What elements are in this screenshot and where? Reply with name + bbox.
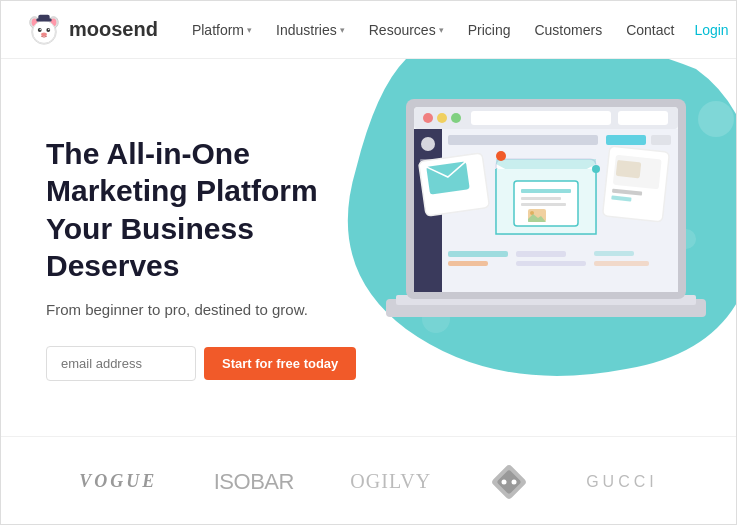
svg-rect-13 [38,14,49,20]
main-nav: Platform ▾ Industries ▾ Resources ▾ Pric… [182,16,684,44]
platform-chevron-icon: ▾ [247,25,252,35]
svg-rect-51 [448,261,488,266]
nav-platform[interactable]: Platform ▾ [182,16,262,44]
hero-left: The All-in-One Marketing Platform Your B… [1,59,361,436]
header-actions: Login Register [684,14,737,46]
svg-point-23 [437,113,447,123]
svg-rect-53 [516,261,586,266]
brand-gucci: GUCCI [586,473,658,491]
svg-point-57 [592,165,600,173]
brands-bar: VOGUE isobar Ogilvy GUCCI [1,436,736,525]
svg-point-61 [511,479,516,484]
svg-rect-34 [606,135,646,145]
header: moosend Platform ▾ Industries ▾ Resource… [1,1,736,59]
nav-customers[interactable]: Customers [524,16,612,44]
svg-rect-25 [471,111,611,125]
industries-chevron-icon: ▾ [340,25,345,35]
brand-dominos [488,461,530,503]
nav-industries[interactable]: Industries ▾ [266,16,355,44]
svg-point-11 [41,32,47,36]
svg-rect-55 [594,261,649,266]
svg-point-24 [451,113,461,123]
svg-rect-38 [521,189,571,193]
svg-point-28 [421,137,435,151]
login-button[interactable]: Login [684,16,737,44]
svg-rect-40 [521,203,566,206]
svg-point-60 [501,479,506,484]
svg-point-56 [496,151,506,161]
hero-subtitle: From beginner to pro, destined to grow. [46,301,331,318]
svg-point-8 [46,28,50,32]
svg-rect-26 [618,111,668,125]
laptop-illustration [366,69,726,349]
logo[interactable]: moosend [25,11,158,49]
svg-point-10 [48,28,49,29]
cta-button[interactable]: Start for free today [204,347,356,380]
hero-right [361,59,736,436]
svg-point-22 [423,113,433,123]
svg-rect-33 [448,135,598,145]
svg-point-9 [40,28,41,29]
svg-rect-54 [594,251,634,256]
nav-contact[interactable]: Contact [616,16,684,44]
svg-rect-52 [516,251,566,257]
hero-section: The All-in-One Marketing Platform Your B… [1,59,736,436]
svg-rect-39 [521,197,561,200]
nav-resources[interactable]: Resources ▾ [359,16,454,44]
resources-chevron-icon: ▾ [439,25,444,35]
svg-point-6 [33,20,56,43]
svg-rect-50 [448,251,508,257]
brand-isobar: isobar [214,469,294,495]
nav-pricing[interactable]: Pricing [458,16,521,44]
svg-rect-44 [426,161,470,194]
svg-point-7 [38,28,42,32]
brand-ogilvy: Ogilvy [350,470,431,493]
logo-text: moosend [69,18,158,41]
hero-title: The All-in-One Marketing Platform Your B… [46,135,331,285]
email-form: Start for free today [46,346,331,381]
brand-vogue: VOGUE [79,471,157,492]
svg-rect-47 [616,160,642,178]
email-input[interactable] [46,346,196,381]
logo-icon [25,11,63,49]
svg-rect-35 [651,135,671,145]
